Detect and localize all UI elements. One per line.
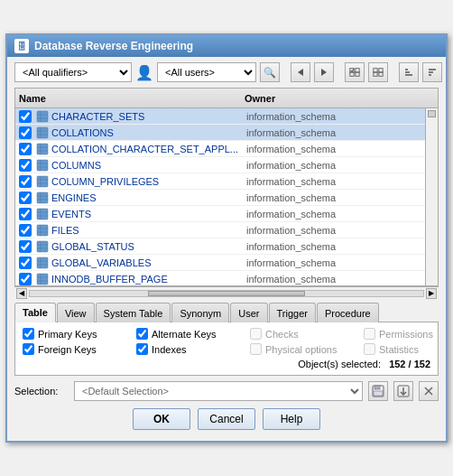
user-select[interactable]: <All users>	[157, 62, 256, 82]
next-button[interactable]	[314, 62, 334, 82]
sort-desc-button[interactable]	[422, 62, 442, 82]
table-icon	[35, 257, 50, 269]
svg-rect-36	[37, 192, 48, 203]
options-row1: Primary KeysAlternate KeysChecksPermissi…	[23, 328, 430, 340]
toolbar: <All qualifiers> 👤 <All users> 🔍	[14, 62, 439, 82]
help-button[interactable]: Help	[263, 408, 320, 430]
table-row[interactable]: FILESinformation_schema	[15, 222, 438, 238]
data-table: Name Owner CHARACTER_SETSinformation_sch…	[14, 88, 439, 286]
user-icon: 👤	[135, 64, 153, 81]
deselect-all-button[interactable]	[368, 62, 388, 82]
hscroll-thumb[interactable]	[148, 291, 305, 296]
option-indexes: Indexes	[136, 343, 236, 355]
row-checkbox[interactable]	[18, 240, 32, 253]
row-owner: information_schema	[246, 257, 438, 268]
svg-rect-56	[37, 274, 48, 285]
table-icon	[35, 208, 50, 220]
svg-rect-40	[37, 209, 48, 219]
svg-rect-16	[37, 111, 48, 122]
row-checkbox[interactable]	[18, 208, 32, 220]
hscroll-left-btn[interactable]: ◀	[16, 288, 27, 299]
cancel-button[interactable]: Cancel	[198, 408, 255, 430]
table-row[interactable]: ENGINESinformation_schema	[15, 190, 438, 206]
svg-marker-0	[298, 69, 303, 76]
row-owner: information_schema	[246, 160, 438, 171]
prev-button[interactable]	[291, 62, 310, 82]
row-checkbox[interactable]	[18, 257, 32, 269]
option-label-foreign_keys: Foreign Keys	[38, 344, 97, 355]
table-header: Name Owner	[15, 89, 438, 108]
tab-system_table[interactable]: System Table	[96, 303, 171, 322]
option-checkbox-statistics[interactable]	[364, 343, 375, 355]
option-checkbox-physical_options[interactable]	[250, 343, 262, 355]
svg-rect-24	[37, 144, 48, 154]
svg-rect-4	[350, 72, 354, 76]
ok-button[interactable]: OK	[133, 408, 190, 430]
selection-combo[interactable]: <Default Selection>	[74, 381, 363, 401]
row-checkbox[interactable]	[18, 126, 32, 139]
table-row[interactable]: EVENTSinformation_schema	[15, 206, 438, 222]
row-name: INNODB_BUFFER_PAGE	[51, 274, 246, 285]
row-name: ENGINES	[51, 192, 246, 203]
table-row[interactable]: INNODB_BUFFER_PAGEinformation_schema	[15, 271, 438, 286]
button-row: OK Cancel Help	[14, 408, 439, 435]
tab-procedure[interactable]: Procedure	[317, 303, 379, 322]
row-checkbox[interactable]	[18, 191, 32, 204]
svg-rect-48	[37, 241, 48, 252]
option-alternate_keys: Alternate Keys	[136, 328, 236, 340]
table-icon	[35, 191, 50, 204]
svg-rect-28	[37, 160, 48, 171]
option-checks: Checks	[250, 328, 349, 340]
save-selection-button[interactable]	[368, 381, 388, 401]
option-primary_keys: Primary Keys	[23, 328, 122, 340]
row-checkbox[interactable]	[18, 110, 32, 123]
table-row[interactable]: COLLATION_CHARACTER_SET_APPL...informati…	[15, 141, 438, 157]
sort-asc-button[interactable]	[399, 62, 419, 82]
row-checkbox[interactable]	[18, 273, 32, 285]
filter-button[interactable]: 🔍	[260, 62, 280, 82]
row-checkbox[interactable]	[18, 175, 32, 188]
objects-selected-label: Object(s) selected:	[298, 359, 381, 369]
option-checkbox-permissions[interactable]	[364, 328, 375, 340]
tab-table[interactable]: Table	[14, 303, 56, 322]
table-body[interactable]: CHARACTER_SETSinformation_schema COLLATI…	[15, 108, 438, 286]
tab-trigger[interactable]: Trigger	[269, 303, 316, 322]
selection-row: Selection: <Default Selection>	[14, 381, 439, 401]
tab-synonym[interactable]: Synonym	[171, 303, 229, 322]
tab-user[interactable]: User	[230, 303, 267, 322]
table-row[interactable]: CHARACTER_SETSinformation_schema	[15, 108, 438, 125]
hscroll-track[interactable]	[29, 290, 424, 297]
horizontal-scrollbar[interactable]: ◀ ▶	[14, 286, 439, 299]
select-all-button[interactable]	[345, 62, 365, 82]
table-row[interactable]: GLOBAL_STATUSinformation_schema	[15, 238, 438, 255]
option-checkbox-checks[interactable]	[250, 328, 262, 340]
row-name: EVENTS	[51, 209, 246, 219]
objects-selected-value: 152 / 152	[389, 359, 430, 369]
qualifier-select[interactable]: <All qualifiers>	[14, 62, 132, 82]
svg-rect-32	[37, 176, 48, 187]
option-checkbox-primary_keys[interactable]	[23, 328, 34, 340]
option-checkbox-alternate_keys[interactable]	[136, 328, 148, 340]
table-row[interactable]: COLUMNSinformation_schema	[15, 157, 438, 173]
row-owner: information_schema	[246, 274, 438, 285]
table-row[interactable]: COLUMN_PRIVILEGESinformation_schema	[15, 173, 438, 190]
table-row[interactable]: COLLATIONSinformation_schema	[15, 125, 438, 141]
svg-rect-74	[374, 391, 383, 396]
svg-rect-7	[379, 69, 383, 72]
load-selection-button[interactable]	[393, 381, 413, 401]
hscroll-right-btn[interactable]: ▶	[426, 288, 437, 299]
option-checkbox-foreign_keys[interactable]	[23, 343, 34, 355]
row-checkbox[interactable]	[18, 224, 32, 237]
row-owner: information_schema	[246, 209, 438, 219]
delete-selection-button[interactable]	[419, 381, 439, 401]
table-row[interactable]: GLOBAL_VARIABLESinformation_schema	[15, 255, 438, 271]
titlebar: 🗄 Database Reverse Engineering	[7, 35, 446, 57]
option-label-physical_options: Physical options	[265, 344, 337, 355]
option-checkbox-indexes[interactable]	[136, 343, 148, 355]
option-statistics: Statistics	[364, 343, 453, 355]
row-checkbox[interactable]	[18, 143, 32, 155]
svg-rect-73	[374, 386, 380, 389]
tab-view[interactable]: View	[57, 303, 95, 322]
row-checkbox[interactable]	[18, 159, 32, 172]
vertical-scrollbar[interactable]	[425, 108, 438, 285]
